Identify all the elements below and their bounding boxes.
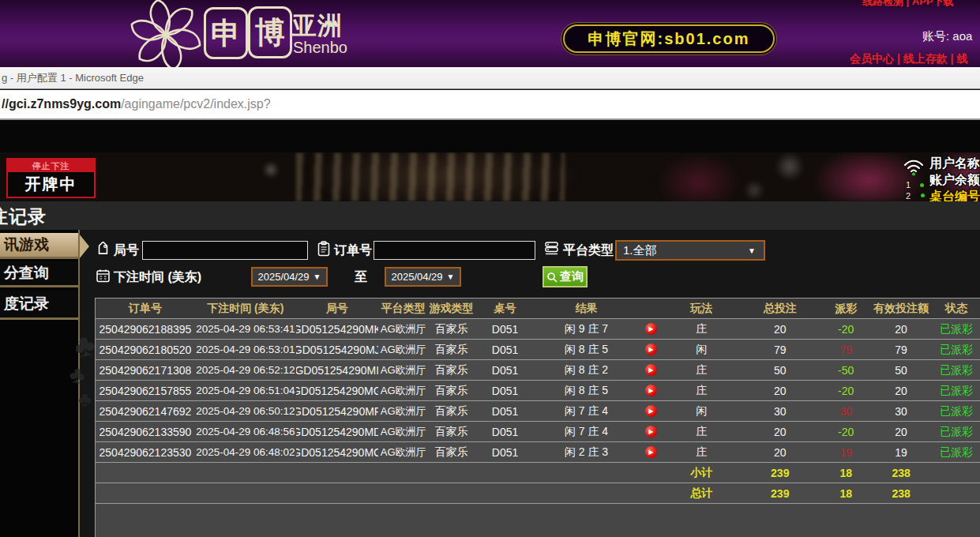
column-header: 玩法: [665, 299, 738, 318]
bet-time-label: 下注时间 (美东): [114, 269, 201, 286]
banner-stripes: [296, 152, 565, 201]
platform-type-label: 平台类型: [563, 242, 614, 259]
line-number-2[interactable]: 2: [906, 191, 911, 201]
account-text: 账号: aoa: [922, 29, 972, 44]
table-row: 2504290621476922025-04-29 06:50:12GD0512…: [96, 401, 980, 422]
table-cell: D051: [475, 340, 536, 359]
sidebar-item-points-query[interactable]: 分查询: [0, 261, 79, 287]
table-cell: 已派彩: [933, 340, 980, 359]
play-video-icon[interactable]: ▶: [645, 364, 657, 376]
table-status-box: 停止下注 开牌中: [6, 158, 96, 198]
game-no-input[interactable]: [142, 241, 308, 260]
table-row: 2504290621578552025-04-29 06:51:04GD0512…: [96, 381, 980, 401]
table-row: 2504290621235302025-04-29 06:48:02GD0512…: [96, 442, 980, 463]
table-cell: 已派彩: [933, 442, 980, 462]
member-links[interactable]: 会员中心 | 线上存款 | 线: [850, 52, 967, 66]
balance-label: 账户余额: [929, 172, 980, 189]
table-cell: GD051254290MC: [296, 442, 378, 462]
play-video-icon[interactable]: ▶: [645, 405, 657, 417]
dealing-status: 开牌中: [8, 172, 94, 197]
table-cell: ▶: [636, 381, 665, 400]
page-top-spacer: [0, 120, 980, 152]
date-to-value: 2025/04/29: [392, 271, 443, 283]
table-cell: 20: [738, 442, 822, 462]
table-cell: 19: [869, 442, 933, 462]
table-cell: 20: [869, 422, 933, 441]
line-number-1[interactable]: 1: [906, 180, 911, 190]
platform-type-select[interactable]: 1.全部 ▼: [615, 240, 765, 261]
table-cell: 已派彩: [933, 422, 980, 441]
table-cell: 已派彩: [933, 401, 980, 421]
table-cell: 闲: [665, 340, 738, 359]
section-title-bar: 注记录: [0, 201, 980, 230]
column-header: 结果: [536, 299, 637, 318]
table-cell: -50: [822, 360, 869, 380]
table-cell: 250429062180520: [96, 340, 195, 359]
search-button-label: 查询: [560, 269, 584, 284]
table-cell: GD051254290MG: [296, 381, 378, 400]
table-row: 2504290621335902025-04-29 06:48:56GD0512…: [96, 422, 980, 442]
top-right-links[interactable]: 线路检测 | APP下载: [862, 0, 954, 9]
order-no-input[interactable]: [374, 241, 535, 260]
summary-cell: [296, 483, 378, 503]
chevron-down-icon: ▼: [748, 246, 756, 255]
platform-type-value: 1.全部: [623, 243, 657, 258]
table-cell: 2025-04-29 06:48:02: [195, 442, 296, 462]
summary-cell: 238: [869, 483, 933, 503]
sidebar-item-video-games[interactable]: 讯游戏: [0, 233, 79, 259]
column-header: 状态: [933, 299, 980, 318]
summary-cell: [933, 483, 980, 503]
screen: 申 博 亚洲 Shenbo 申博官网:sb01.com 线路检测 | APP下载…: [0, 0, 980, 537]
column-header: 平台类型: [378, 299, 429, 318]
official-site-badge[interactable]: 申博官网:sb01.com: [563, 24, 775, 53]
column-header: 局号: [296, 299, 378, 318]
summary-cell: [195, 483, 296, 503]
summary-cell: [475, 463, 536, 483]
url-text[interactable]: //gci.z7nms9yg.com/agingame/pcv2/index.j…: [2, 97, 271, 111]
active-item-arrow: [79, 234, 89, 259]
table-cell: D051: [475, 401, 536, 421]
table-cell: 百家乐: [429, 360, 475, 380]
sidebar-item-credit-records[interactable]: 度记录: [0, 291, 79, 320]
table-cell: 50: [869, 360, 933, 380]
play-video-icon[interactable]: ▶: [645, 385, 657, 396]
search-icon: [546, 272, 558, 283]
table-body: 2504290621883952025-04-29 06:53:41GD0512…: [96, 319, 980, 504]
date-from-select[interactable]: 2025/04/29 ▼: [251, 267, 328, 287]
play-video-icon[interactable]: ▶: [645, 426, 657, 437]
summary-cell: [536, 463, 637, 483]
summary-cell: 总计: [665, 483, 738, 503]
play-video-icon[interactable]: ▶: [645, 323, 657, 335]
table-cell: 百家乐: [429, 381, 475, 400]
search-button[interactable]: 查询: [543, 266, 588, 287]
summary-cell: 18: [822, 463, 869, 483]
table-cell: GD051254290MD: [296, 422, 378, 441]
summary-cell: [96, 483, 195, 503]
table-cell: GD051254290MK: [296, 319, 378, 339]
summary-cell: [296, 463, 378, 483]
column-header: [636, 299, 665, 318]
page-title: 注记录: [0, 205, 47, 229]
table-cell: 30: [738, 401, 822, 421]
table-cell: ▶: [636, 340, 665, 359]
summary-cell: 239: [738, 463, 822, 483]
table-cell: 闲 9 庄 7: [536, 319, 637, 339]
table-cell: 2025-04-29 06:53:41: [195, 319, 296, 339]
column-header: 派彩: [822, 299, 869, 318]
platform-type-icon: [544, 241, 559, 256]
play-video-icon[interactable]: ▶: [645, 446, 657, 458]
table-cell: 250429062171308: [96, 360, 195, 380]
summary-cell: [429, 463, 475, 483]
browser-urlbar[interactable]: //gci.z7nms9yg.com/agingame/pcv2/index.j…: [0, 90, 980, 120]
table-cell: 庄: [665, 442, 738, 462]
table-row: 2504290621883952025-04-29 06:53:41GD0512…: [96, 319, 980, 340]
play-video-icon[interactable]: ▶: [645, 344, 657, 355]
table-cell: 20: [738, 422, 822, 441]
window-title: g - 用户配置 1 - Microsoft Edge: [2, 71, 144, 85]
table-cell: D051: [475, 381, 536, 400]
table-cell: 闲 7 庄 4: [536, 401, 637, 421]
bet-records-table: 订单号下注时间 (美东)局号平台类型游戏类型桌号结果玩法总投注派彩有效投注额状态…: [95, 298, 980, 537]
calendar-icon: [96, 268, 111, 283]
date-to-select[interactable]: 2025/04/29 ▼: [385, 267, 461, 287]
table-cell: AG欧洲厅: [378, 442, 429, 462]
